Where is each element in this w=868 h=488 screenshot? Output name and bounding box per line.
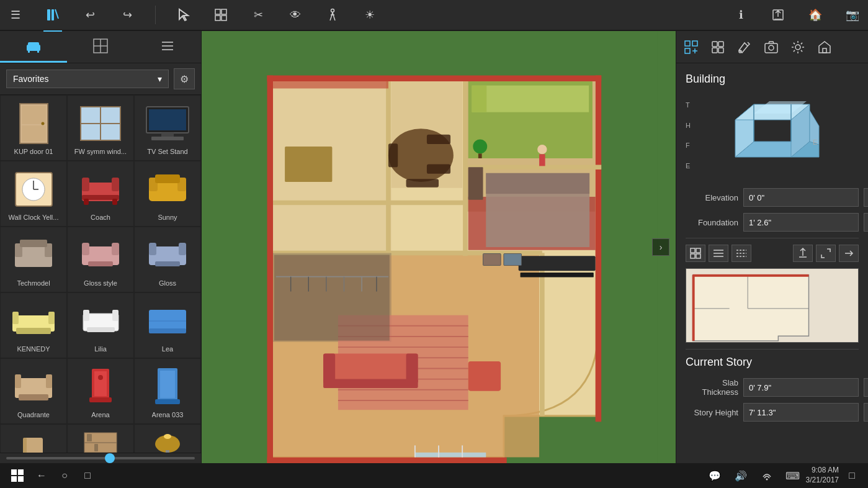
svg-rect-127 — [323, 354, 418, 384]
expand-panel-button[interactable]: › — [652, 238, 669, 256]
tab-list[interactable] — [134, 31, 201, 63]
svg-rect-27 — [161, 133, 174, 137]
volume-icon[interactable]: 🔊 — [731, 466, 751, 486]
story-height-input[interactable] — [743, 403, 859, 422]
floor-plan-canvas[interactable]: › — [202, 31, 676, 463]
slab-thickness-minus-btn[interactable]: − — [864, 378, 868, 397]
cortana-button[interactable]: ○ — [55, 466, 74, 486]
item-quadrante[interactable]: Quadrante — [0, 358, 67, 424]
item-chair[interactable] — [0, 424, 67, 453]
expand-btn[interactable] — [816, 245, 836, 262]
taskbar-time[interactable]: 9:08 AM 3/21/2017 — [806, 466, 839, 485]
walk-icon[interactable] — [323, 6, 342, 24]
redo-icon[interactable]: ↪ — [118, 6, 136, 24]
info-icon[interactable]: ℹ — [732, 6, 750, 24]
svg-rect-37 — [84, 199, 89, 205]
svg-rect-38 — [112, 199, 117, 205]
material-btn[interactable] — [706, 35, 730, 59]
favorites-dropdown[interactable]: Favorites ▾ — [6, 70, 169, 88]
svg-rect-110 — [273, 81, 388, 88]
svg-rect-165 — [718, 42, 723, 47]
item-techmodel[interactable]: Techmodel — [0, 227, 67, 292]
main-area: Favorites ▾ ⚙ KUP door 01 — [0, 31, 868, 463]
task-view-button[interactable]: □ — [78, 466, 97, 486]
tab-build[interactable] — [67, 31, 134, 63]
item-kennedy[interactable]: KENNEDY — [0, 292, 67, 358]
item-lilia[interactable]: Lilia — [67, 292, 134, 358]
library-icon[interactable] — [43, 6, 62, 24]
elevation-minus-btn[interactable]: − — [864, 188, 868, 207]
size-slider-container — [0, 453, 201, 463]
svg-rect-135 — [539, 154, 545, 166]
paint-btn[interactable] — [733, 35, 756, 59]
foundation-minus-btn[interactable]: − — [864, 213, 868, 232]
svg-rect-137 — [478, 153, 482, 158]
item-kup-door[interactable]: KUP door 01 — [0, 95, 67, 161]
start-button[interactable] — [6, 464, 29, 487]
export-icon[interactable] — [769, 6, 787, 24]
label-sunny: Sunny — [158, 214, 177, 221]
elevation-input[interactable] — [743, 188, 859, 207]
layers-view-btn[interactable] — [732, 245, 751, 262]
item-lamp[interactable] — [134, 424, 201, 453]
story-height-label: Story Height — [686, 408, 738, 417]
tab-furniture[interactable] — [0, 31, 67, 63]
sun-icon[interactable]: ☀ — [360, 6, 379, 24]
menu-icon[interactable]: ☰ — [6, 6, 25, 24]
item-tv-stand[interactable]: TV Set Stand — [134, 95, 201, 161]
item-fw-window[interactable]: FW symm wind... — [67, 95, 134, 161]
view-icon[interactable]: 👁 — [286, 6, 305, 24]
item-arena033[interactable]: Arena 033 — [134, 358, 201, 424]
label-arena: Arena — [91, 411, 109, 418]
cut-icon[interactable]: ✂ — [249, 6, 267, 24]
size-slider-thumb[interactable] — [105, 453, 115, 463]
notifications-icon[interactable]: □ — [842, 466, 862, 486]
item-wall-clock[interactable]: Wall Clock Yell... — [0, 161, 67, 227]
slab-thickness-input[interactable] — [743, 378, 859, 397]
view-controls — [686, 245, 751, 262]
svg-rect-50 — [88, 261, 113, 266]
item-gloss-style[interactable]: Gloss style — [67, 227, 134, 292]
item-shelf[interactable] — [67, 424, 134, 453]
foundation-label: Foundation — [686, 218, 738, 227]
story-height-minus-btn[interactable]: − — [864, 403, 868, 422]
svg-rect-76 — [155, 399, 180, 404]
keyboard-icon[interactable]: ⌨ — [783, 466, 803, 486]
settings-button[interactable]: ⚙ — [174, 68, 195, 89]
camera-prop-btn[interactable] — [759, 35, 783, 59]
share-btn[interactable] — [839, 245, 859, 262]
item-gloss[interactable]: Gloss — [134, 227, 201, 292]
svg-rect-61 — [112, 310, 119, 321]
foundation-input[interactable] — [743, 213, 859, 232]
camera-icon[interactable]: 📷 — [843, 6, 862, 24]
item-lea[interactable]: Lea — [134, 292, 201, 358]
svg-rect-10 — [28, 50, 30, 53]
svg-rect-150 — [521, 273, 594, 278]
grid-view-btn[interactable] — [686, 245, 705, 262]
svg-rect-159 — [685, 41, 690, 46]
svg-rect-0 — [47, 9, 50, 20]
thumb-lamp — [143, 431, 192, 453]
list-view-btn[interactable] — [709, 245, 728, 262]
build-tool-btn[interactable] — [679, 35, 703, 59]
item-coach[interactable]: Coach — [67, 161, 134, 227]
network-icon[interactable] — [757, 466, 777, 486]
item-arena[interactable]: Arena — [67, 358, 134, 424]
svg-rect-128 — [323, 354, 335, 384]
svg-rect-5 — [221, 16, 226, 20]
lighting-btn[interactable] — [786, 35, 810, 59]
upload-btn[interactable] — [793, 245, 813, 262]
home-prop-btn[interactable] — [813, 35, 836, 59]
undo-icon[interactable]: ↩ — [81, 6, 99, 24]
svg-rect-151 — [415, 453, 486, 458]
label-fw-window: FW symm wind... — [74, 148, 127, 155]
item-sunny[interactable]: Sunny — [134, 161, 201, 227]
chat-icon[interactable]: 💬 — [705, 466, 725, 486]
svg-rect-133 — [486, 173, 589, 194]
select-icon[interactable] — [174, 6, 193, 24]
svg-rect-20 — [22, 125, 46, 142]
home-icon[interactable]: 🏠 — [806, 6, 825, 24]
axis-labels: T H F E — [686, 95, 704, 176]
back-button[interactable]: ← — [32, 466, 51, 486]
group-icon[interactable] — [212, 6, 230, 24]
